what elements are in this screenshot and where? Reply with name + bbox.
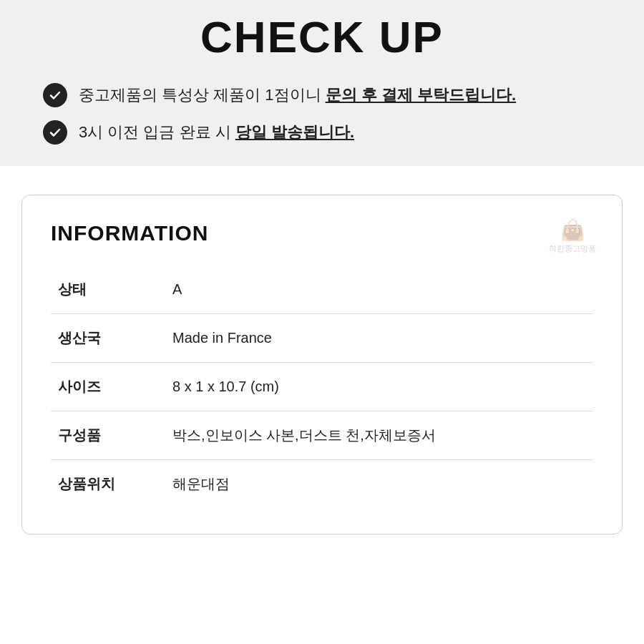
page-title: CHECK UP bbox=[0, 13, 644, 62]
checklist-text-2: 3시 이전 입금 완료 시 당일 발송됩니다. bbox=[79, 122, 354, 144]
check-icon-1 bbox=[43, 83, 67, 107]
info-title: INFORMATION bbox=[51, 221, 593, 245]
label-location: 상품위치 bbox=[51, 460, 144, 509]
value-location: 해운대점 bbox=[144, 460, 593, 509]
table-row-components: 구성품 박스,인보이스 사본,더스트 천,자체보증서 bbox=[51, 411, 593, 460]
table-row-location: 상품위치 해운대점 bbox=[51, 460, 593, 509]
label-status: 상태 bbox=[51, 265, 144, 314]
table-row-size: 사이즈 8 x 1 x 10.7 (cm) bbox=[51, 363, 593, 411]
label-size: 사이즈 bbox=[51, 363, 144, 411]
checklist-item-1: 중고제품의 특성상 제품이 1점이니 문의 후 결제 부탁드립니다. bbox=[43, 83, 601, 107]
info-section: INFORMATION 👜 착한중고명품 상태 A 생산국 Made in Fr… bbox=[0, 166, 644, 563]
watermark-icon: 👜 bbox=[560, 218, 585, 242]
checklist: 중고제품의 특성상 제품이 1점이니 문의 후 결제 부탁드립니다. 3시 이전… bbox=[0, 83, 644, 145]
checklist-bold-2: 당일 발송됩니다. bbox=[235, 123, 354, 141]
watermark: 👜 착한중고명품 bbox=[549, 218, 596, 254]
checklist-item-2: 3시 이전 입금 완료 시 당일 발송됩니다. bbox=[43, 120, 601, 145]
value-components: 박스,인보이스 사본,더스트 천,자체보증서 bbox=[144, 411, 593, 460]
checklist-text-1: 중고제품의 특성상 제품이 1점이니 문의 후 결제 부탁드립니다. bbox=[79, 84, 516, 107]
label-components: 구성품 bbox=[51, 411, 144, 460]
value-status: A bbox=[144, 265, 593, 314]
value-origin: Made in France bbox=[144, 314, 593, 363]
info-table: 상태 A 생산국 Made in France 사이즈 8 x 1 x 10.7… bbox=[51, 265, 593, 508]
checklist-bold-1: 문의 후 결제 부탁드립니다. bbox=[326, 86, 516, 104]
value-size: 8 x 1 x 10.7 (cm) bbox=[144, 363, 593, 411]
header-section: CHECK UP 중고제품의 특성상 제품이 1점이니 문의 후 결제 부탁드립… bbox=[0, 0, 644, 166]
watermark-label: 착한중고명품 bbox=[549, 243, 596, 254]
table-row-status: 상태 A bbox=[51, 265, 593, 314]
info-card: INFORMATION 👜 착한중고명품 상태 A 생산국 Made in Fr… bbox=[21, 195, 623, 535]
label-origin: 생산국 bbox=[51, 314, 144, 363]
check-icon-2 bbox=[43, 120, 67, 145]
table-row-origin: 생산국 Made in France bbox=[51, 314, 593, 363]
